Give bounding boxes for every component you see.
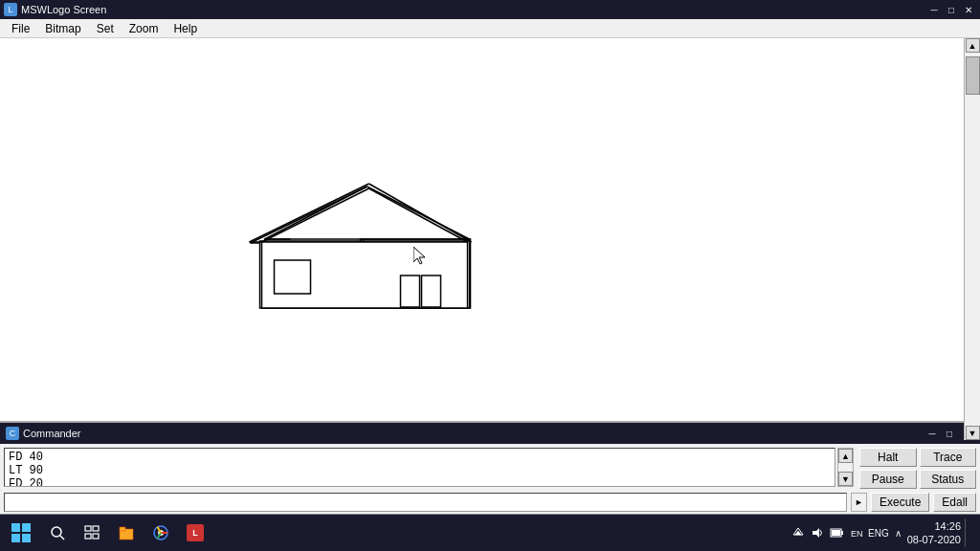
keyboard-icon: ENG xyxy=(849,526,862,540)
status-button[interactable]: Status xyxy=(920,470,977,489)
maximize-button[interactable]: □ xyxy=(944,3,959,16)
svg-text:ENG: ENG xyxy=(851,529,862,539)
commander-title-bar: C Commander ─ □ ✕ xyxy=(0,423,980,444)
svg-line-11 xyxy=(250,184,369,242)
svg-marker-31 xyxy=(813,528,819,538)
drawing-canvas: ▲ ▼ xyxy=(0,38,980,440)
canvas-scrollbar[interactable]: ▲ ▼ xyxy=(964,38,980,440)
input-scrollbar[interactable]: ► xyxy=(851,493,867,512)
scrollbar-thumb[interactable] xyxy=(966,56,980,95)
mswlogo-button[interactable]: L xyxy=(180,518,211,547)
mswlogo-icon: L xyxy=(187,524,204,541)
clock-time: 14:26 xyxy=(907,519,961,533)
output-scrollbar[interactable]: ▲ ▼ xyxy=(837,448,854,487)
commander-body: FD 40 LT 90 FD 20 HT ▲ ▼ Halt Trace Paus… xyxy=(0,444,980,491)
commander-title-text: Commander xyxy=(23,428,81,439)
svg-rect-22 xyxy=(93,526,99,531)
svg-rect-34 xyxy=(832,530,840,536)
app-icon: L xyxy=(4,3,17,16)
search-button[interactable] xyxy=(42,518,73,547)
battery-icon xyxy=(830,526,843,540)
menu-bitmap[interactable]: Bitmap xyxy=(37,20,88,37)
system-icons: ENG ENG xyxy=(791,526,889,540)
network-icon xyxy=(791,526,805,540)
menu-set[interactable]: Set xyxy=(89,20,122,37)
svg-line-4 xyxy=(251,187,368,243)
svg-line-14 xyxy=(369,188,468,242)
task-view-button[interactable] xyxy=(77,518,107,547)
menu-zoom[interactable]: Zoom xyxy=(122,20,167,37)
commander-buttons: Halt Trace Pause Status Step Reset xyxy=(856,444,980,491)
commander-input-row: ► Execute Edall xyxy=(0,491,980,514)
svg-rect-33 xyxy=(841,531,843,535)
svg-rect-23 xyxy=(85,534,91,539)
chrome-icon xyxy=(152,524,169,541)
notification-area: ENG ENG ∧ 14:26 08-07-2020 xyxy=(788,518,976,547)
window-title: MSWLogo Screen xyxy=(21,4,106,15)
svg-point-19 xyxy=(52,527,61,537)
clock-date: 08-07-2020 xyxy=(907,533,961,546)
title-bar-controls: ─ □ ✕ xyxy=(926,3,976,16)
menu-file[interactable]: File xyxy=(4,20,37,37)
chrome-button[interactable] xyxy=(145,518,176,547)
commander-input[interactable] xyxy=(4,493,847,512)
svg-line-13 xyxy=(262,188,369,242)
svg-line-2 xyxy=(368,187,470,239)
taskbar: L ENG xyxy=(0,515,980,551)
commander-window: C Commander ─ □ ✕ FD 40 LT 90 FD 20 HT xyxy=(0,421,980,515)
system-clock[interactable]: 14:26 08-07-2020 xyxy=(907,519,961,547)
svg-rect-24 xyxy=(93,534,99,539)
output-line-3: FD 20 xyxy=(9,477,43,487)
search-icon xyxy=(50,525,65,540)
file-explorer-icon xyxy=(118,524,135,541)
svg-rect-16 xyxy=(401,276,420,307)
output-line-2: LT 90 xyxy=(9,464,43,477)
windows-logo xyxy=(11,523,31,542)
commander-maximize[interactable]: □ xyxy=(942,427,957,440)
close-button[interactable]: ✕ xyxy=(961,3,976,16)
menu-help[interactable]: Help xyxy=(166,20,205,37)
commander-minimize[interactable]: ─ xyxy=(924,427,940,440)
commander-output: FD 40 LT 90 FD 20 HT xyxy=(4,448,835,487)
svg-line-12 xyxy=(369,184,472,242)
pause-button[interactable]: Pause xyxy=(859,470,917,489)
commander-icon: C xyxy=(6,427,19,440)
task-view-icon xyxy=(84,525,100,540)
svg-rect-15 xyxy=(275,260,311,294)
execute-button[interactable]: Execute xyxy=(871,493,929,512)
language-indicator: ENG xyxy=(868,528,889,539)
svg-rect-26 xyxy=(120,527,125,531)
svg-rect-17 xyxy=(422,276,441,307)
volume-icon xyxy=(811,526,824,540)
show-desktop-button[interactable] xyxy=(965,518,972,547)
house-svg xyxy=(0,38,980,440)
show-hidden-icons[interactable]: ∧ xyxy=(893,528,903,539)
output-scroll-up[interactable]: ▲ xyxy=(838,449,853,463)
output-line-1: FD 40 xyxy=(9,451,43,464)
output-text: FD 40 LT 90 FD 20 HT xyxy=(9,451,43,487)
file-explorer-button[interactable] xyxy=(111,518,142,547)
title-bar: L MSWLogo Screen ─ □ ✕ xyxy=(0,0,980,19)
svg-rect-21 xyxy=(85,526,91,531)
svg-line-20 xyxy=(60,536,64,540)
minimize-button[interactable]: ─ xyxy=(926,3,942,16)
start-button[interactable] xyxy=(4,518,38,547)
output-scroll-down[interactable]: ▼ xyxy=(838,472,853,486)
trace-button[interactable]: Trace xyxy=(920,448,977,467)
edall-button[interactable]: Edall xyxy=(933,493,976,512)
halt-button[interactable]: Halt xyxy=(859,448,917,467)
menu-bar: File Bitmap Set Zoom Help xyxy=(0,19,980,38)
